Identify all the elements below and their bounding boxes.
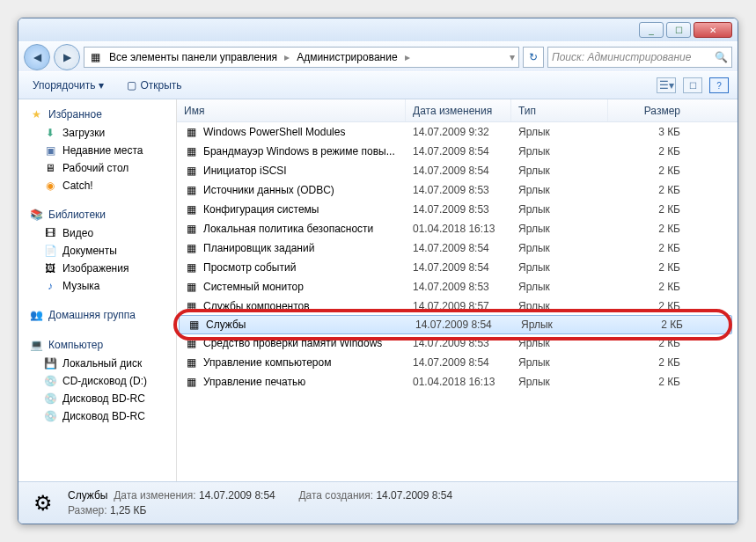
file-type: Ярлык xyxy=(511,145,608,157)
file-size: 2 КБ xyxy=(611,319,690,331)
shortcut-icon: ▦ xyxy=(184,336,198,350)
file-row[interactable]: ▦Средство проверки памяти Windows14.07.2… xyxy=(177,333,738,353)
preview-pane-button[interactable]: ☐ xyxy=(683,77,702,93)
sidebar-item-images[interactable]: 🖼Изображения xyxy=(27,260,171,277)
details-pane: ⚙ Службы Дата изменения: 14.07.2009 8:54… xyxy=(18,481,738,524)
breadcrumb[interactable]: Администрирование xyxy=(293,49,400,65)
chevron-down-icon[interactable]: ▾ xyxy=(510,51,515,63)
sidebar-item-bd-drive[interactable]: 💿Дисковод BD-RС xyxy=(27,407,171,425)
file-date: 14.07.2009 8:53 xyxy=(406,203,511,216)
file-type: Ярлык xyxy=(511,242,608,254)
sidebar-homegroup-header[interactable]: 👥Домашняя группа xyxy=(27,305,171,325)
video-icon: 🎞 xyxy=(43,226,57,240)
back-button[interactable]: ◀ xyxy=(24,44,50,70)
file-row[interactable]: ▦Системный монитор14.07.2009 8:53Ярлык2 … xyxy=(177,277,738,297)
sidebar-item-cd-drive[interactable]: 💿CD-дисковод (D:) xyxy=(27,372,171,390)
sidebar-item-documents[interactable]: 📄Документы xyxy=(27,242,171,260)
search-icon: 🔍 xyxy=(715,51,728,63)
column-header-date[interactable]: Дата изменения xyxy=(406,99,511,121)
file-size: 2 КБ xyxy=(608,337,687,349)
sidebar-computer-header[interactable]: 💻Компьютер xyxy=(27,335,171,355)
status-title: Службы xyxy=(68,489,107,502)
refresh-button[interactable]: ↻ xyxy=(523,47,544,68)
explorer-window: _ ☐ ✕ ◀ ▶ ▦ Все элементы панели управлен… xyxy=(18,18,738,524)
file-row[interactable]: ▦Источники данных (ODBC)14.07.2009 8:53Я… xyxy=(177,180,738,200)
sidebar-item-recent[interactable]: ▣Недавние места xyxy=(27,142,171,159)
nav-pane[interactable]: ★Избранное ⬇Загрузки ▣Недавние места 🖥Ра… xyxy=(18,99,177,481)
views-button[interactable]: ☰▾ xyxy=(657,77,676,93)
file-row[interactable]: ▦Windows PowerShell Modules14.07.2009 9:… xyxy=(177,122,738,142)
sidebar-item-video[interactable]: 🎞Видео xyxy=(27,224,171,242)
refresh-icon: ↻ xyxy=(529,51,538,63)
status-size-value: 1,25 КБ xyxy=(110,504,147,516)
open-label: Открыть xyxy=(140,79,181,92)
minimize-button[interactable]: _ xyxy=(639,22,664,38)
file-date: 01.04.2018 16:13 xyxy=(406,223,511,235)
sidebar-favorites-header[interactable]: ★Избранное xyxy=(27,105,171,124)
file-size: 2 КБ xyxy=(608,261,687,274)
close-button[interactable]: ✕ xyxy=(694,22,732,38)
catch-icon: ◉ xyxy=(43,179,57,193)
bd-icon: 💿 xyxy=(43,409,57,423)
file-row[interactable]: ▦Просмотр событий14.07.2009 8:54Ярлык2 К… xyxy=(177,258,738,277)
file-date: 14.07.2009 8:54 xyxy=(406,145,511,157)
file-row[interactable]: ▦Службы компонентов14.07.2009 8:57Ярлык2… xyxy=(177,297,738,316)
status-date-value: 14.07.2009 8:54 xyxy=(199,489,275,502)
back-icon: ◀ xyxy=(33,51,41,63)
shortcut-icon: ▦ xyxy=(184,144,198,158)
file-name: Конфигурация системы xyxy=(203,203,319,216)
column-header-type[interactable]: Тип xyxy=(511,99,608,121)
file-name: Локальная политика безопасности xyxy=(203,223,373,235)
organize-label: Упорядочить xyxy=(33,79,95,92)
sidebar-item-catch[interactable]: ◉Catch! xyxy=(27,177,171,194)
open-icon: ▢ xyxy=(127,79,136,92)
breadcrumb[interactable]: Все элементы панели управления xyxy=(106,49,281,65)
help-button[interactable]: ? xyxy=(709,77,729,93)
file-type: Ярлык xyxy=(511,203,608,216)
homegroup-icon: 👥 xyxy=(29,308,43,322)
address-bar[interactable]: ▦ Все элементы панели управления ▸ Админ… xyxy=(84,47,519,68)
status-created-label: Дата создания: xyxy=(298,489,373,502)
sidebar-item-downloads[interactable]: ⬇Загрузки xyxy=(27,124,171,142)
chevron-down-icon: ▾ xyxy=(669,79,674,92)
chevron-right-icon[interactable]: ▸ xyxy=(405,51,410,63)
column-header-name[interactable]: Имя xyxy=(177,99,406,121)
file-row[interactable]: ▦Управление печатью01.04.2018 16:13Ярлык… xyxy=(177,372,738,392)
shortcut-icon: ▦ xyxy=(184,241,198,255)
file-row[interactable]: ▦Инициатор iSCSI14.07.2009 8:54Ярлык2 КБ xyxy=(177,161,738,180)
rows-container: ▦Windows PowerShell Modules14.07.2009 9:… xyxy=(177,122,738,481)
file-list: Имя Дата изменения Тип Размер ▦Windows P… xyxy=(177,99,738,481)
file-row[interactable]: ▦Конфигурация системы14.07.2009 8:53Ярлы… xyxy=(177,200,738,219)
file-type: Ярлык xyxy=(511,184,608,196)
file-row[interactable]: ▦Локальная политика безопасности01.04.20… xyxy=(177,219,738,238)
recent-icon: ▣ xyxy=(43,143,57,157)
file-name: Управление компьютером xyxy=(203,356,331,369)
file-type: Ярлык xyxy=(514,319,611,331)
cpl-icon: ▦ xyxy=(88,50,102,64)
cd-icon: 💿 xyxy=(43,374,57,388)
computer-icon: 💻 xyxy=(29,338,43,352)
file-date: 14.07.2009 8:54 xyxy=(406,261,511,274)
shortcut-icon: ▦ xyxy=(184,299,198,313)
file-type: Ярлык xyxy=(511,261,608,274)
chevron-right-icon[interactable]: ▸ xyxy=(284,51,290,63)
sidebar-item-desktop[interactable]: 🖥Рабочий стол xyxy=(27,159,171,177)
search-input[interactable]: Поиск: Администрирование 🔍 xyxy=(547,47,732,68)
maximize-button[interactable]: ☐ xyxy=(666,22,691,38)
forward-button[interactable]: ▶ xyxy=(54,44,80,70)
organize-button[interactable]: Упорядочить ▾ xyxy=(27,77,109,94)
file-row[interactable]: ▦Управление компьютером14.07.2009 8:54Яр… xyxy=(177,353,738,372)
sidebar-libraries-header[interactable]: 📚Библиотеки xyxy=(27,205,171,224)
file-type: Ярлык xyxy=(511,300,608,312)
open-button[interactable]: ▢ Открыть xyxy=(121,77,187,94)
music-icon: ♪ xyxy=(43,279,57,293)
sidebar-item-music[interactable]: ♪Музыка xyxy=(27,277,171,295)
sidebar-item-local-disk[interactable]: 💾Локальный диск xyxy=(27,355,171,372)
file-row[interactable]: ▦Планировщик заданий14.07.2009 8:54Ярлык… xyxy=(177,238,738,258)
sidebar-item-bd-drive[interactable]: 💿Дисковод BD-RС xyxy=(27,390,171,407)
file-size: 2 КБ xyxy=(608,281,687,293)
file-row[interactable]: ▦Брандмауэр Windows в режиме повы...14.0… xyxy=(177,142,738,161)
file-row[interactable]: ▦Службы14.07.2009 8:54Ярлык2 КБ xyxy=(179,315,732,334)
status-size-label: Размер: xyxy=(68,504,107,516)
column-header-size[interactable]: Размер xyxy=(608,99,687,121)
